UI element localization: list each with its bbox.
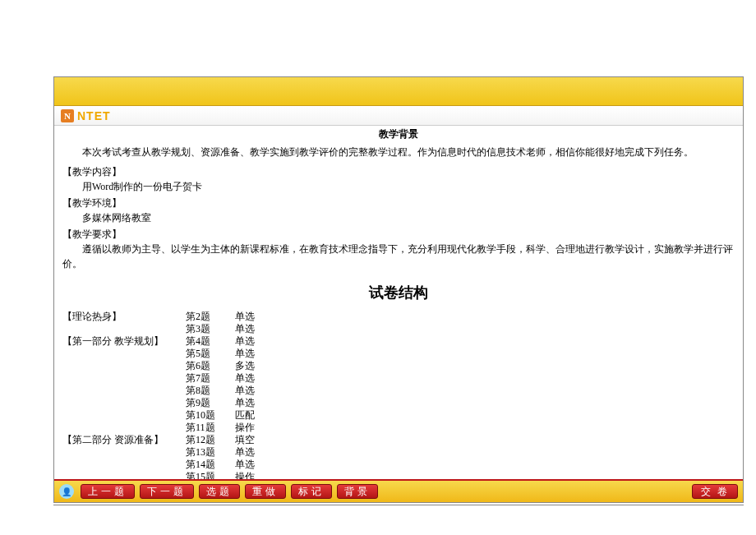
table-row: 第15题操作 xyxy=(186,471,284,479)
table-row: 第6题多选 xyxy=(186,360,284,372)
question-number: 第14题 xyxy=(186,459,235,471)
question-number: 第9题 xyxy=(186,397,235,409)
table-row: 第2题单选 xyxy=(186,311,284,323)
table-row: 第5题单选 xyxy=(186,348,284,360)
question-number: 第6题 xyxy=(186,360,235,372)
section-label: 【教学内容】 xyxy=(62,164,735,179)
question-type: 多选 xyxy=(235,360,284,372)
structure-table: 【理论热身】.【第一部分 教学规划】.......【第二部分 资源准备】...【… xyxy=(62,311,735,479)
question-number: 第11题 xyxy=(186,422,235,434)
question-type: 单选 xyxy=(235,459,284,471)
question-number: 第12题 xyxy=(186,434,235,446)
group-label: 【理论热身】 xyxy=(62,311,186,323)
page-subtitle: 教学背景 xyxy=(62,126,735,141)
question-type: 单选 xyxy=(235,311,284,323)
question-type: 单选 xyxy=(235,446,284,459)
redo-button[interactable]: 重做 xyxy=(245,484,286,499)
question-number: 第15题 xyxy=(186,471,235,479)
question-type: 单选 xyxy=(235,372,284,385)
table-row: 第8题单选 xyxy=(186,385,284,397)
logo-text: NTET xyxy=(77,109,111,122)
section-body: 用Word制作的一份电子贺卡 xyxy=(62,179,735,194)
table-row: 第9题单选 xyxy=(186,397,284,409)
question-number: 第8题 xyxy=(186,385,235,397)
bottom-toolbar: 👤 上一题 下一题 选题 重做 标记 背景 交卷 xyxy=(54,479,743,502)
question-type: 填空 xyxy=(235,434,284,446)
title-bar xyxy=(54,77,743,106)
question-type: 单选 xyxy=(235,385,284,397)
intro-text: 本次考试考查从教学规划、资源准备、教学实施到教学评价的完整教学过程。作为信息时代… xyxy=(62,145,735,159)
question-type: 单选 xyxy=(235,348,284,360)
prev-button[interactable]: 上一题 xyxy=(81,484,135,499)
question-number: 第4题 xyxy=(186,335,235,348)
next-button[interactable]: 下一题 xyxy=(140,484,194,499)
question-type: 操作 xyxy=(235,422,284,434)
section-label: 【教学环境】 xyxy=(62,196,735,210)
group-label: 【第二部分 资源准备】 xyxy=(62,434,186,446)
group-label: 【第一部分 教学规划】 xyxy=(62,335,186,348)
question-type: 单选 xyxy=(235,397,284,409)
table-row: 第3题单选 xyxy=(186,323,284,335)
logo-icon: N xyxy=(61,109,74,122)
question-number: 第10题 xyxy=(186,409,235,422)
table-row: 第4题单选 xyxy=(186,335,284,348)
table-row: 第12题填空 xyxy=(186,434,284,446)
question-type: 操作 xyxy=(235,471,284,479)
section-body: 多媒体网络教室 xyxy=(62,210,735,225)
table-row: 第13题单选 xyxy=(186,446,284,459)
avatar-icon: 👤 xyxy=(59,484,74,499)
question-type: 单选 xyxy=(235,335,284,348)
question-number: 第7题 xyxy=(186,372,235,385)
select-button[interactable]: 选题 xyxy=(199,484,240,499)
logo-bar: N NTET xyxy=(54,106,743,126)
question-type: 匹配 xyxy=(235,409,284,422)
background-button[interactable]: 背景 xyxy=(337,484,378,499)
table-row: 第14题单选 xyxy=(186,459,284,471)
mark-button[interactable]: 标记 xyxy=(291,484,332,499)
submit-button[interactable]: 交卷 xyxy=(692,484,738,499)
section-body: 遵循以教师为主导、以学生为主体的新课程标准，在教育技术理念指导下，充分利用现代化… xyxy=(62,242,735,271)
question-number: 第2题 xyxy=(186,311,235,323)
table-row: 第10题匹配 xyxy=(186,409,284,422)
section-label: 【教学要求】 xyxy=(62,227,735,242)
table-row: 第11题操作 xyxy=(186,422,284,434)
question-number: 第3题 xyxy=(186,323,235,335)
question-number: 第5题 xyxy=(186,348,235,360)
content-area[interactable]: 教学背景 本次考试考查从教学规划、资源准备、教学实施到教学评价的完整教学过程。作… xyxy=(54,126,743,479)
question-type: 单选 xyxy=(235,323,284,335)
table-row: 第7题单选 xyxy=(186,372,284,385)
app-window: N NTET 教学背景 本次考试考查从教学规划、资源准备、教学实施到教学评价的完… xyxy=(53,76,744,503)
question-number: 第13题 xyxy=(186,446,235,459)
structure-title: 试卷结构 xyxy=(62,283,735,302)
